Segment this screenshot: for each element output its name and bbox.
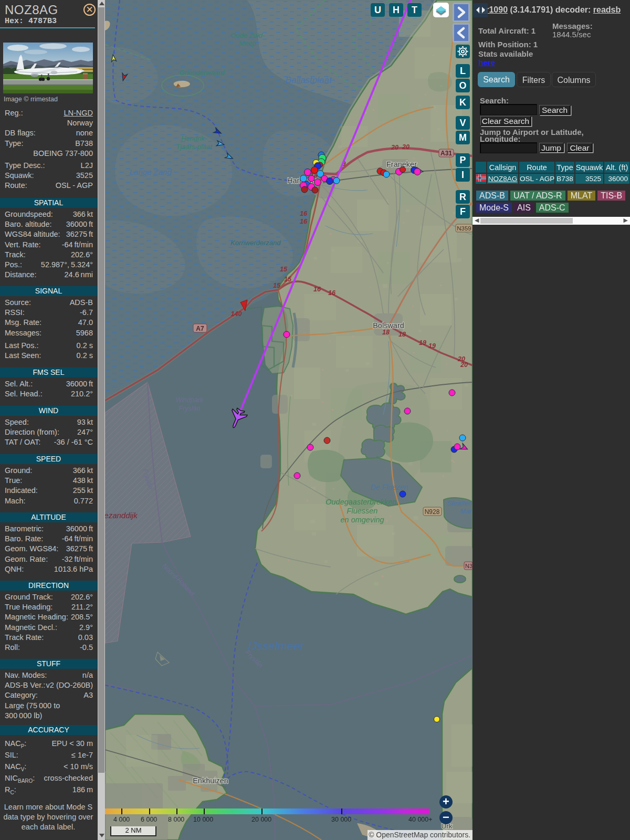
svg-text:Grienderwaard: Grienderwaard [180, 69, 225, 77]
svg-text:Kornwerderzand: Kornwerderzand [230, 239, 281, 247]
svg-text:Windpark: Windpark [176, 396, 204, 404]
svg-text:en omgeving: en omgeving [340, 516, 384, 524]
svg-text:19: 19 [428, 342, 436, 350]
svg-text:18: 18 [398, 331, 406, 338]
svg-text:N3: N3 [465, 563, 472, 569]
svg-text:Mar: Mar [460, 507, 472, 515]
svg-text:Ballastplaat: Ballastplaat [286, 75, 332, 85]
svg-text:IJsselmeer: IJsselmeer [248, 639, 304, 653]
svg-text:Lange Zand: Lange Zand [130, 167, 172, 176]
svg-text:N928: N928 [425, 508, 440, 516]
svg-text:Sleatten: Sleatten [447, 499, 472, 507]
svg-text:18: 18 [382, 329, 390, 336]
svg-text:ezanddijk: ezanddijk [105, 511, 138, 520]
svg-text:15: 15 [280, 266, 288, 273]
svg-text:Tjaars-plaat: Tjaars-plaat [176, 143, 213, 151]
svg-text:16: 16 [300, 210, 308, 217]
svg-text:16: 16 [300, 218, 308, 225]
svg-text:Fryslân: Fryslân [179, 405, 201, 412]
svg-text:20: 20 [402, 143, 410, 151]
svg-text:Oudegaasterbrekken,: Oudegaasterbrekken, [326, 498, 398, 506]
svg-text:De Fluezen: De Fluezen [371, 483, 408, 491]
svg-text:15: 15 [273, 282, 281, 289]
svg-text:Hendrik-: Hendrik- [181, 134, 207, 142]
svg-text:140: 140 [231, 310, 242, 318]
svg-text:N359: N359 [457, 225, 471, 232]
svg-text:Meep: Meep [239, 39, 257, 47]
svg-text:Enkhuizen: Enkhuizen [193, 776, 228, 785]
svg-text:20: 20 [460, 361, 468, 369]
svg-text:19: 19 [419, 339, 426, 346]
svg-text:Fluessen: Fluessen [347, 507, 378, 515]
svg-text:15: 15 [284, 276, 292, 283]
svg-text:Oude Zuid-: Oude Zuid- [230, 32, 265, 39]
svg-text:A7: A7 [196, 325, 204, 332]
svg-text:A31: A31 [440, 150, 452, 157]
svg-text:20: 20 [391, 144, 398, 151]
svg-text:16: 16 [328, 289, 336, 297]
svg-text:16: 16 [313, 286, 321, 293]
